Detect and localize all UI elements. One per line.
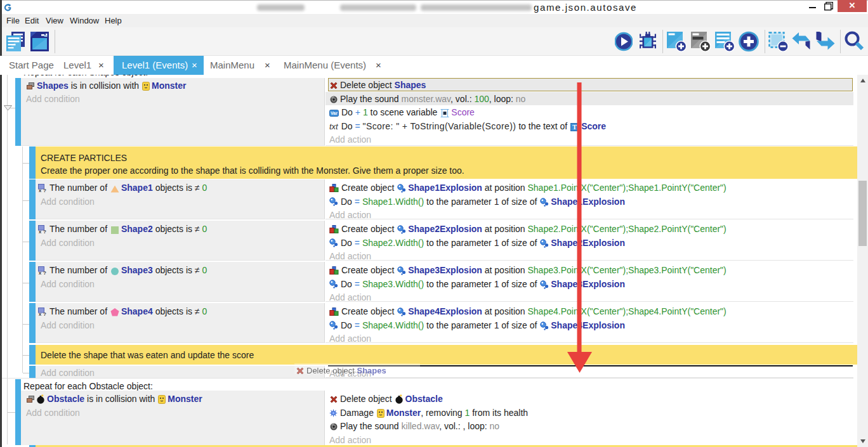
svg-text:?: ? [43,311,46,316]
svg-text:?: ? [43,229,46,233]
svg-text:Var: Var [331,111,338,115]
svg-text:?: ? [43,270,46,275]
svg-text:?: ? [43,188,46,192]
